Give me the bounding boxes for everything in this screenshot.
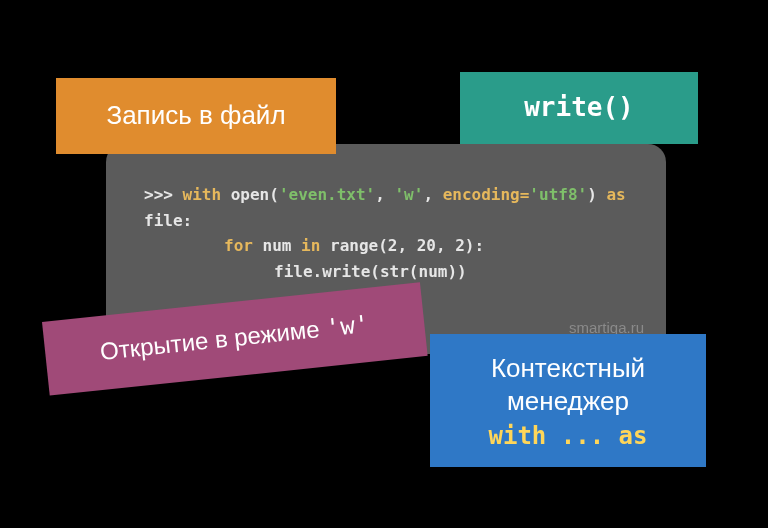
string-encoding: 'utf8' xyxy=(529,185,587,204)
call-write: file.write(str(num)) xyxy=(274,262,467,281)
label-write-method: write() xyxy=(460,72,698,144)
label-open-mode-text: Открытие в режиме xyxy=(99,314,328,365)
string-filename: 'even.txt' xyxy=(279,185,375,204)
keyword-with: with xyxy=(183,185,222,204)
call-open: open( xyxy=(231,185,279,204)
arg-encoding: encoding= xyxy=(443,185,530,204)
label-write-to-file: Запись в файл xyxy=(56,78,336,154)
prompt: >>> xyxy=(144,185,173,204)
var-num: num xyxy=(263,236,292,255)
string-mode: 'w' xyxy=(394,185,423,204)
label-context-line1: Контекстный xyxy=(491,353,645,383)
keyword-as: as xyxy=(606,185,625,204)
comma: , xyxy=(423,185,442,204)
keyword-in: in xyxy=(301,236,320,255)
code-line-1b: file: xyxy=(144,208,638,234)
label-open-mode-value: 'w' xyxy=(325,310,371,342)
label-context-manager: Контекстный менеджер with ... as xyxy=(430,334,706,467)
code-line-2: for num in range(2, 20, 2): xyxy=(144,233,638,259)
code-line-3: file.write(str(num)) xyxy=(144,259,638,285)
comma: , xyxy=(375,185,394,204)
call-range: range(2, 20, 2): xyxy=(330,236,484,255)
label-context-line2: менеджер xyxy=(507,386,629,416)
var-file: file: xyxy=(144,211,192,230)
code-line-1: >>> with open('even.txt', 'w', encoding=… xyxy=(144,182,638,208)
keyword-for: for xyxy=(224,236,253,255)
close-paren: ) xyxy=(587,185,597,204)
label-context-code: with ... as xyxy=(440,421,696,451)
